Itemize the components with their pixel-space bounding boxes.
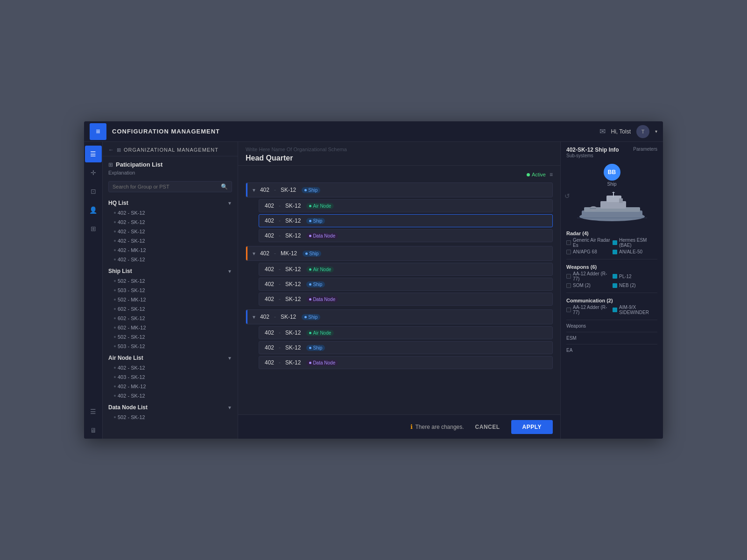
ship-list-header: Ship List ▼ [103, 264, 238, 276]
active-label: Active [532, 172, 546, 177]
tree-child-3-3[interactable]: 402 - SK-12 Data Node [259, 356, 553, 369]
list-item[interactable]: 402 - SK-12 [103, 208, 238, 217]
radar-checkbox-2[interactable] [613, 240, 617, 245]
tag-datanode-3-3: Data Node [306, 360, 338, 366]
tree-node-header-2[interactable]: ▼ 402 - MK-12 Ship [246, 246, 553, 261]
list-item[interactable]: 502 - SK-12 [103, 276, 238, 286]
list-item[interactable]: 402 - SK-12 [103, 227, 238, 236]
chevron-down-icon[interactable]: ▾ [655, 129, 657, 134]
params-link[interactable]: Parameters [633, 147, 657, 152]
datanode-list-title: Data Node List [108, 404, 148, 411]
list-item[interactable]: 402 - SK-12 [103, 217, 238, 227]
datanode-list-toggle[interactable]: ▼ [227, 405, 232, 410]
hq-list-toggle[interactable]: ▼ [227, 201, 232, 206]
tag-ship-2: Ship [303, 251, 321, 257]
sidebar-item-org[interactable]: ⊞ [85, 220, 102, 237]
schema-placeholder: Write Here Name Of Organizational Schema [246, 147, 553, 152]
list-item[interactable]: 502 - MK-12 [103, 295, 238, 304]
apply-button[interactable]: APPLY [511, 420, 553, 434]
radar-item-1: Generic Air Radar Es [566, 238, 611, 248]
sidebar-item-menu[interactable]: ☰ [85, 146, 102, 162]
tag-ship-3: Ship [302, 314, 320, 320]
tree-collapse-2[interactable]: ▼ [252, 251, 256, 256]
svg-rect-8 [590, 208, 596, 209]
extra-esm: ESM [561, 334, 663, 342]
svg-rect-6 [612, 192, 615, 193]
weapons-checkbox-3[interactable] [566, 283, 571, 288]
comm-checkbox-1[interactable] [566, 308, 571, 312]
comm-checkbox-2[interactable] [613, 308, 617, 312]
list-item[interactable]: 502 - SK-12 [103, 332, 238, 342]
tree-children-3: 402 - SK-12 Air Node 402 - SK-12 [259, 326, 553, 369]
tree-child-2-1[interactable]: 402 - SK-12 Air Node [259, 263, 553, 276]
radar-checkbox-4[interactable] [613, 250, 617, 254]
list-item[interactable]: 403 - SK-12 [103, 372, 238, 382]
tree-child-1-1[interactable]: 402 - SK-12 Air Node [259, 199, 553, 212]
sidebar-item-monitor[interactable]: 🖥 [85, 422, 102, 439]
search-input[interactable] [113, 184, 221, 189]
ship-info-sub: Sub-systems [566, 153, 619, 158]
changes-text: There are changes. [416, 424, 464, 430]
list-item[interactable]: 402 - SK-12 [103, 363, 238, 372]
hq-list-header: HQ List ▼ [103, 196, 238, 208]
tree-node-name-2b: MK-12 [281, 250, 297, 257]
tree-child-2-2[interactable]: 402 - SK-12 Ship [259, 278, 553, 291]
tree-child-1-2[interactable]: 402 - SK-12 Ship [259, 214, 553, 227]
ship-image [575, 191, 649, 224]
ship-image-area: ↺ [561, 189, 663, 226]
list-item[interactable]: 602 - SK-12 [103, 304, 238, 314]
ship-list-toggle[interactable]: ▼ [227, 269, 232, 274]
airnode-list-toggle[interactable]: ▼ [227, 356, 232, 361]
top-bar-right: ✉ Hi, Tolst T ▾ [599, 125, 657, 138]
tree-child-1-3[interactable]: 402 - SK-12 Data Node [259, 229, 553, 242]
list-item[interactable]: 402 - SK-12 [103, 236, 238, 245]
filter-icon[interactable]: ≡ [550, 171, 553, 178]
tree-node-header-1[interactable]: ▼ 402 - SK-12 Ship [246, 182, 553, 197]
sidebar-item-users[interactable]: 👤 [85, 202, 102, 218]
weapons-checkbox-1[interactable] [566, 274, 571, 279]
center-header: Write Here Name Of Organizational Schema… [238, 142, 560, 166]
icon-sidebar: ☰ ✛ ⊡ 👤 ⊞ ☰ 🖥 [84, 142, 103, 439]
accent-blue-3 [246, 310, 247, 324]
mail-icon[interactable]: ✉ [599, 127, 606, 136]
refresh-icon[interactable]: ↺ [564, 192, 570, 200]
radar-checkbox-3[interactable] [566, 250, 571, 254]
list-item[interactable]: 602 - SK-12 [103, 314, 238, 323]
tree-node-header-3[interactable]: ▼ 402 - SK-12 Ship [246, 309, 553, 324]
tree-child-2-3[interactable]: 402 - SK-12 Data Node [259, 293, 553, 306]
tree-collapse-1[interactable]: ▼ [252, 188, 256, 193]
sidebar-item-list[interactable]: ☰ [85, 403, 102, 420]
back-arrow-icon[interactable]: ← [108, 147, 114, 153]
list-item[interactable]: 503 - SK-12 [103, 286, 238, 295]
search-bar: 🔍 [108, 181, 232, 192]
list-item[interactable]: 402 - SK-12 [103, 255, 238, 264]
list-scroll: HQ List ▼ 402 - SK-12 402 - SK-12 402 - … [103, 196, 238, 439]
weapons-item-4: NEB (2) [613, 283, 657, 288]
extra-divider-1 [566, 332, 657, 332]
list-item[interactable]: 402 - MK-12 [103, 245, 238, 255]
tree-child-3-2[interactable]: 402 - SK-12 Ship [259, 341, 553, 354]
weapons-section-grid: AA-12 Adder (R-77) PL-12 SOM (2) NEB (2) [561, 271, 663, 291]
weapons-checkbox-2[interactable] [613, 274, 617, 279]
avatar[interactable]: T [636, 125, 649, 138]
tree-collapse-3[interactable]: ▼ [252, 315, 256, 320]
ship-bb-badge: BB [604, 164, 620, 181]
sidebar-item-settings[interactable]: ⊡ [85, 183, 102, 200]
tag-airnode-3-1: Air Node [306, 330, 334, 336]
main-layout: ☰ ✛ ⊡ 👤 ⊞ ☰ 🖥 ← ⊞ ORGANIZATIONAL MANAGEM… [84, 142, 663, 439]
cancel-button[interactable]: CANCEL [470, 421, 506, 433]
list-item[interactable]: 503 - SK-12 [103, 342, 238, 351]
tag-ship-1-2: Ship [306, 218, 325, 224]
list-item[interactable]: 402 - SK-12 [103, 391, 238, 400]
tag-airnode-1-1: Air Node [306, 203, 334, 209]
tag-ship-3-2: Ship [306, 345, 325, 351]
tree-child-3-1[interactable]: 402 - SK-12 Air Node [259, 326, 553, 339]
weapons-checkbox-4[interactable] [613, 283, 617, 288]
right-scroll: Radar (4) Generic Air Radar Es Hermes ES… [561, 226, 663, 439]
radar-checkbox-1[interactable] [566, 240, 571, 245]
sidebar-item-crosshair[interactable]: ✛ [85, 164, 102, 181]
list-item[interactable]: 602 - MK-12 [103, 323, 238, 332]
left-panel-header: ← ⊞ ORGANIZATIONAL MANAGEMENT [103, 142, 238, 156]
list-item[interactable]: 402 - MK-12 [103, 382, 238, 391]
list-item[interactable]: 502 - SK-12 [103, 413, 238, 422]
